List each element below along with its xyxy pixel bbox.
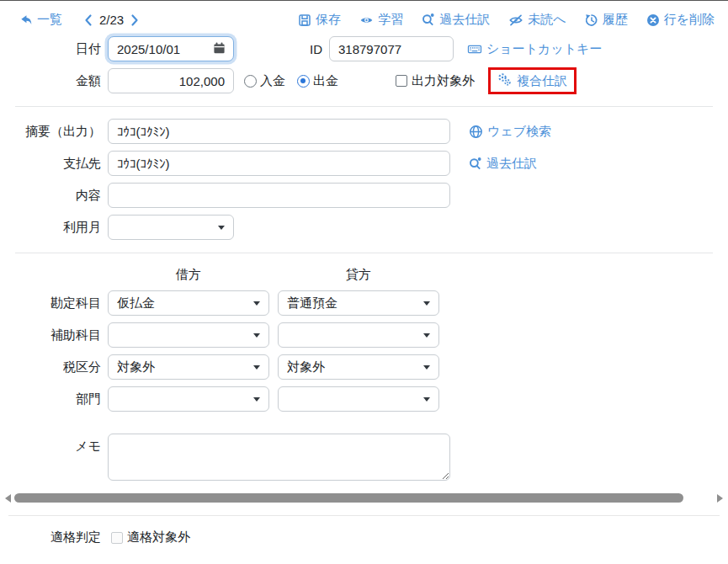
- learn-button[interactable]: 学習: [359, 12, 403, 28]
- sub-account-row: 補助科目: [0, 322, 728, 348]
- credit-account-select[interactable]: 普通預金: [278, 290, 439, 316]
- header-section: 日付 ID ショートカットキー 金額 入金: [0, 36, 728, 93]
- history-label: 履歴: [603, 12, 628, 28]
- amount-label: 金額: [0, 73, 108, 89]
- dropdown-caret-icon: [423, 301, 430, 306]
- debit-department-select[interactable]: [108, 386, 269, 412]
- dropdown-caret-icon: [253, 301, 260, 306]
- pager-position: 2/23: [99, 13, 124, 27]
- deposit-radio[interactable]: 入金: [244, 73, 285, 89]
- credit-tax-category-select[interactable]: 対象外: [278, 354, 439, 380]
- shortcut-keys-link[interactable]: ショートカットキー: [467, 41, 602, 57]
- to-unread-button[interactable]: 未読へ: [508, 12, 566, 28]
- withdrawal-radio[interactable]: 出金: [297, 73, 338, 89]
- debit-account-select[interactable]: 仮払金: [108, 290, 269, 316]
- web-search-label: ウェブ検索: [487, 124, 551, 140]
- dropdown-caret-icon: [423, 333, 430, 338]
- credit-account-value: 普通預金: [287, 295, 423, 311]
- qualification-checkbox[interactable]: 適格対象外: [111, 529, 190, 545]
- payee-label: 支払先: [0, 156, 108, 172]
- ledger-header-row: 借方 貸方: [0, 265, 728, 284]
- memo-row: メモ: [0, 434, 728, 481]
- credit-tax-category-value: 対象外: [287, 359, 423, 375]
- debit-account-value: 仮払金: [117, 295, 253, 311]
- scroll-left-icon[interactable]: [5, 494, 11, 503]
- scroll-right-icon[interactable]: [717, 494, 723, 503]
- compound-entry-link[interactable]: 複合仕訳: [488, 67, 577, 94]
- past-entries-search-label: 過去仕訳: [486, 156, 537, 172]
- deposit-radio-label: 入金: [260, 73, 285, 89]
- amount-input[interactable]: [108, 68, 234, 93]
- department-row: 部門: [0, 386, 728, 412]
- sub-account-label: 補助科目: [0, 327, 108, 343]
- back-icon: [19, 13, 33, 27]
- debit-tax-category-select[interactable]: 対象外: [108, 354, 269, 380]
- qualification-checkbox-box[interactable]: [111, 532, 123, 544]
- account-label: 勘定科目: [0, 295, 108, 311]
- keyboard-icon: [467, 42, 482, 56]
- calendar-icon[interactable]: [213, 42, 226, 57]
- payee-input[interactable]: [108, 151, 450, 176]
- back-to-list-button[interactable]: 一覧: [19, 12, 62, 28]
- qualification-checkbox-label: 適格対象外: [127, 529, 190, 545]
- direction-radio-group: 入金 出金: [244, 73, 338, 89]
- to-unread-label: 未読へ: [528, 12, 566, 28]
- memo-textarea[interactable]: [108, 434, 450, 481]
- section-divider-1: [15, 106, 713, 107]
- deposit-radio-circle[interactable]: [244, 75, 257, 88]
- date-label: 日付: [0, 41, 108, 57]
- save-button[interactable]: 保存: [298, 12, 341, 28]
- delete-row-button[interactable]: 行を削除: [646, 12, 715, 28]
- save-icon: [298, 13, 311, 27]
- credit-sub-account-select[interactable]: [278, 322, 439, 348]
- history-button[interactable]: 履歴: [585, 12, 628, 28]
- globe-icon: [469, 125, 483, 139]
- gears-icon: [497, 72, 512, 89]
- next-record-button[interactable]: [129, 13, 141, 27]
- journal-entry-form: 一覧 2/23 保存 学習: [0, 1, 728, 545]
- scrollbar-thumb[interactable]: [14, 493, 683, 503]
- credit-department-select[interactable]: [278, 386, 439, 412]
- web-search-link[interactable]: ウェブ検索: [469, 124, 551, 140]
- usage-month-row: 利用月: [0, 215, 728, 240]
- summary-row: 摘要（出力） ウェブ検索: [0, 119, 728, 144]
- description-label: 内容: [0, 188, 108, 204]
- horizontal-scrollbar[interactable]: [5, 492, 723, 503]
- past-entries-search-link[interactable]: 過去仕訳: [469, 156, 537, 172]
- learn-label: 学習: [378, 12, 403, 28]
- amount-row: 金額 入金 出金 出力対象外 複合仕訳: [0, 68, 728, 93]
- past-entries-label: 過去仕訳: [439, 12, 490, 28]
- payee-row: 支払先 過去仕訳: [0, 151, 728, 176]
- prev-record-button[interactable]: [82, 13, 94, 27]
- compound-entry-label: 複合仕訳: [517, 73, 567, 89]
- past-entries-button[interactable]: 過去仕訳: [422, 12, 490, 28]
- past-entries-search-icon: [422, 13, 435, 27]
- toolbar: 一覧 2/23 保存 学習: [0, 1, 728, 31]
- history-icon: [585, 13, 598, 27]
- tax-category-row: 税区分 対象外 対象外: [0, 354, 728, 380]
- qualification-row: 適格判定 適格対象外: [0, 529, 728, 545]
- withdrawal-radio-label: 出金: [313, 73, 338, 89]
- tax-category-label: 税区分: [0, 359, 108, 375]
- withdrawal-radio-circle[interactable]: [297, 75, 310, 88]
- memo-label: メモ: [0, 439, 108, 455]
- ledger-section: 借方 貸方 勘定科目 仮払金 普通預金 補助科目: [0, 265, 728, 412]
- id-label: ID: [310, 42, 322, 56]
- summary-label: 摘要（出力）: [0, 124, 108, 140]
- department-label: 部門: [0, 391, 108, 407]
- debit-sub-account-select[interactable]: [108, 322, 269, 348]
- exclude-from-output-label: 出力対象外: [412, 73, 475, 89]
- shortcut-keys-label: ショートカットキー: [486, 41, 602, 57]
- learn-eye-icon: [359, 13, 374, 27]
- account-row: 勘定科目 仮払金 普通預金: [0, 290, 728, 316]
- toolbar-actions: 保存 学習 過去仕訳 未読へ: [279, 12, 715, 28]
- scrollbar-track[interactable]: [14, 493, 714, 503]
- exclude-from-output-box[interactable]: [396, 75, 407, 87]
- exclude-from-output-checkbox[interactable]: 出力対象外: [396, 73, 475, 89]
- dropdown-caret-icon: [253, 333, 260, 338]
- description-input[interactable]: [108, 183, 450, 208]
- delete-row-label: 行を削除: [664, 12, 715, 28]
- save-label: 保存: [316, 12, 341, 28]
- debit-tax-category-value: 対象外: [117, 359, 253, 375]
- usage-month-select[interactable]: [108, 215, 234, 240]
